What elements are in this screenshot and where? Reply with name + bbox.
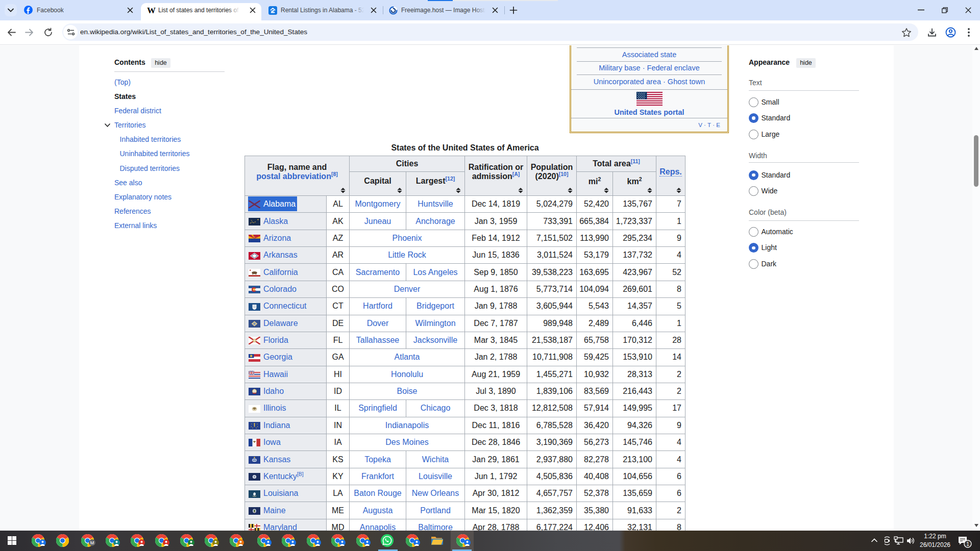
svg-text:1: 1 (966, 541, 969, 547)
svg-text:M: M (90, 540, 94, 545)
